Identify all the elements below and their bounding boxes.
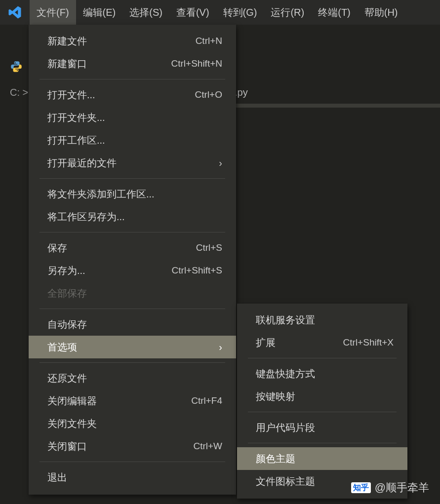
menu-autosave[interactable]: 自动保存 xyxy=(29,313,236,336)
menu-go[interactable]: 转到(G) xyxy=(216,0,264,25)
vscode-logo-icon xyxy=(5,2,25,22)
menu-save-all: 全部保存 xyxy=(29,282,236,305)
menu-save-workspace-as[interactable]: 将工作区另存为... xyxy=(29,205,236,228)
file-menu-dropdown: 新建文件Ctrl+N 新建窗口Ctrl+Shift+N 打开文件...Ctrl+… xyxy=(29,25,236,495)
menu-file[interactable]: 文件(F) xyxy=(30,0,76,25)
watermark-text: @顺手牵羊 xyxy=(375,480,429,495)
chevron-right-icon: › xyxy=(219,342,222,353)
menu-open-file[interactable]: 打开文件...Ctrl+O xyxy=(29,83,236,106)
python-icon xyxy=(10,60,23,77)
menu-preferences[interactable]: 首选项› xyxy=(29,336,236,358)
submenu-user-snippets[interactable]: 用户代码片段 xyxy=(237,416,407,439)
menu-exit[interactable]: 退出 xyxy=(29,466,236,489)
menu-run[interactable]: 运行(R) xyxy=(264,0,311,25)
menu-selection[interactable]: 选择(S) xyxy=(122,0,169,25)
menu-help[interactable]: 帮助(H) xyxy=(358,0,405,25)
menu-separator xyxy=(248,443,397,443)
menu-revert-file[interactable]: 还原文件 xyxy=(29,367,236,389)
menubar: 文件(F) 编辑(E) 选择(S) 查看(V) 转到(G) 运行(R) 终端(T… xyxy=(0,0,440,25)
submenu-keyboard-shortcuts[interactable]: 键盘快捷方式 xyxy=(237,362,407,385)
menu-separator xyxy=(40,462,225,462)
menu-open-folder[interactable]: 打开文件夹... xyxy=(29,106,236,129)
submenu-keymaps[interactable]: 按键映射 xyxy=(237,385,407,408)
menu-separator xyxy=(248,412,397,412)
menu-open-recent[interactable]: 打开最近的文件› xyxy=(29,152,236,174)
zhihu-logo-icon: 知乎 xyxy=(351,482,371,493)
chevron-right-icon: › xyxy=(219,157,222,169)
menu-separator xyxy=(40,79,225,79)
menu-close-folder[interactable]: 关闭文件夹 xyxy=(29,412,236,435)
menu-new-file[interactable]: 新建文件Ctrl+N xyxy=(29,30,236,52)
submenu-color-theme[interactable]: 颜色主题 xyxy=(237,447,407,470)
menu-edit[interactable]: 编辑(E) xyxy=(76,0,123,25)
menu-separator xyxy=(40,362,225,363)
preferences-submenu: 联机服务设置 扩展Ctrl+Shift+X 键盘快捷方式 按键映射 用户代码片段… xyxy=(237,304,407,499)
menu-separator xyxy=(40,309,225,309)
breadcrumb-prefix: C: > xyxy=(10,87,28,98)
menu-add-folder-to-workspace[interactable]: 将文件夹添加到工作区... xyxy=(29,183,236,205)
menu-separator xyxy=(40,232,225,233)
menu-terminal[interactable]: 终端(T) xyxy=(311,0,358,25)
menu-view[interactable]: 查看(V) xyxy=(169,0,216,25)
watermark: 知乎 @顺手牵羊 xyxy=(351,480,429,495)
submenu-extensions[interactable]: 扩展Ctrl+Shift+X xyxy=(237,331,407,354)
submenu-online-settings[interactable]: 联机服务设置 xyxy=(237,309,407,331)
breadcrumb-suffix: .py xyxy=(235,87,248,98)
menu-open-workspace[interactable]: 打开工作区... xyxy=(29,129,236,152)
menu-close-editor[interactable]: 关闭编辑器Ctrl+F4 xyxy=(29,389,236,412)
menu-new-window[interactable]: 新建窗口Ctrl+Shift+N xyxy=(29,52,236,75)
menu-separator xyxy=(248,358,397,358)
menu-save[interactable]: 保存Ctrl+S xyxy=(29,236,236,259)
menu-close-window[interactable]: 关闭窗口Ctrl+W xyxy=(29,435,236,458)
menu-save-as[interactable]: 另存为...Ctrl+Shift+S xyxy=(29,259,236,282)
menu-separator xyxy=(40,178,225,179)
